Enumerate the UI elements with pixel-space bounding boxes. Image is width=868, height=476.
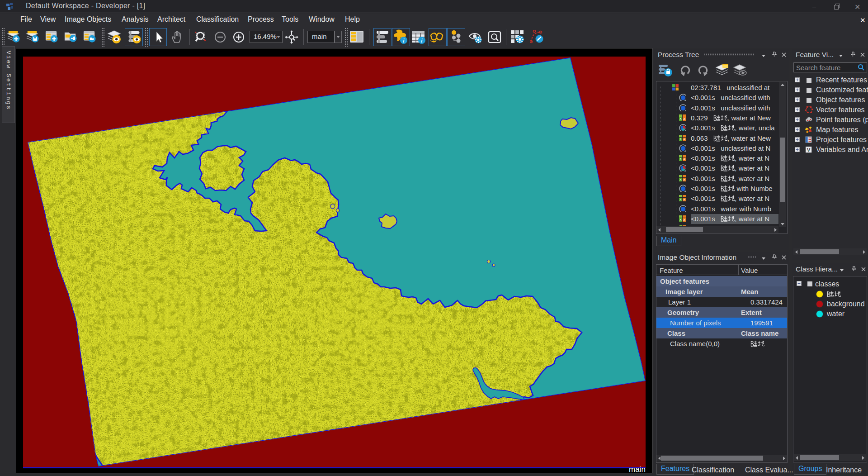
svg-text:V: V	[807, 147, 811, 152]
